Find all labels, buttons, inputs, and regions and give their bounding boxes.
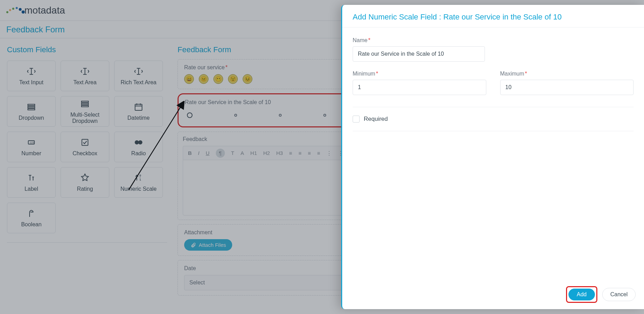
- maximum-input[interactable]: [500, 80, 634, 95]
- required-label: Required: [364, 116, 388, 123]
- cancel-button[interactable]: Cancel: [602, 288, 636, 301]
- add-button[interactable]: Add: [568, 289, 595, 300]
- name-label: Name*: [353, 37, 634, 44]
- maximum-label: Maximum*: [500, 71, 634, 77]
- add-button-highlight: Add: [566, 286, 597, 303]
- minimum-input[interactable]: [353, 80, 486, 95]
- panel-title: Add Numeric Scale Field : Rate our Servi…: [342, 5, 644, 28]
- add-numeric-scale-panel: Add Numeric Scale Field : Rate our Servi…: [341, 5, 644, 309]
- required-checkbox[interactable]: [353, 116, 360, 123]
- name-input[interactable]: [353, 46, 485, 62]
- minimum-label: Minimum*: [353, 71, 486, 77]
